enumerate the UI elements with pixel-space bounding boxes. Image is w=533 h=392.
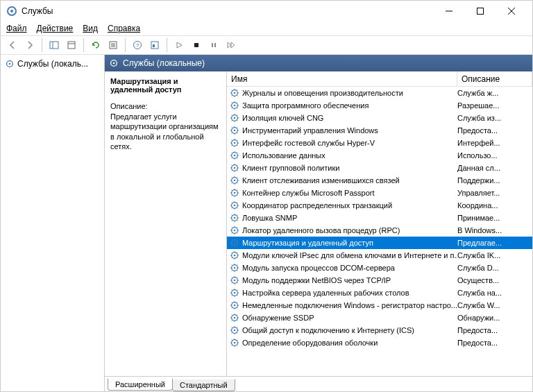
service-name: Контейнер службы Microsoft Passport [242, 189, 375, 197]
service-name: Использование данных [242, 151, 325, 160]
service-row[interactable]: Настройка сервера удаленных рабочих стол… [227, 287, 532, 299]
svg-point-62 [234, 317, 236, 319]
service-row[interactable]: Ловушка SNMPПринимае... [227, 212, 532, 224]
forward-button[interactable] [22, 37, 37, 53]
refresh-button[interactable] [88, 37, 103, 53]
service-row[interactable]: Защита программного обеспеченияРазрешае.… [227, 99, 532, 112]
list-body[interactable]: Журналы и оповещения производительностиС… [227, 87, 532, 376]
service-desc: Координа... [457, 201, 532, 210]
service-row[interactable]: Немедленные подключения Windows - регист… [227, 299, 532, 312]
service-desc: Служба W... [457, 301, 532, 309]
service-row[interactable]: Модули ключей IPsec для обмена ключами в… [227, 249, 532, 262]
service-name: Координатор распределенных транзакций [242, 201, 392, 210]
svg-rect-6 [50, 42, 58, 49]
service-row[interactable]: Журналы и оповещения производительностиС… [227, 87, 532, 99]
service-row[interactable]: Интерфейс гостевой службы Hyper-VИнтерфе… [227, 137, 532, 149]
window-title: Службы [22, 6, 433, 16]
tree-pane: Службы (локаль... [1, 55, 105, 391]
service-row[interactable]: Маршрутизация и удаленный доступПредлага… [227, 237, 532, 249]
service-row[interactable]: Модуль поддержки NetBIOS через TCP/IPОсу… [227, 274, 532, 287]
svg-point-50 [234, 242, 236, 244]
svg-point-52 [234, 255, 236, 257]
svg-rect-19 [212, 43, 213, 47]
service-row[interactable]: Изоляция ключей CNGСлужба из... [227, 112, 532, 124]
service-row[interactable]: Определение оборудования оболочкиПредост… [227, 336, 532, 349]
stop-button[interactable] [189, 37, 204, 53]
gear-icon [230, 325, 239, 335]
svg-point-66 [234, 342, 236, 344]
svg-point-36 [234, 155, 236, 157]
svg-text:?: ? [136, 42, 139, 49]
menubar: Файл Действие Вид Справка [1, 22, 532, 35]
service-name: Модуль поддержки NetBIOS через TCP/IP [242, 276, 391, 284]
gear-icon [230, 113, 239, 123]
service-row[interactable]: Модуль запуска процессов DCOM-сервераСлу… [227, 262, 532, 274]
gear-icon [230, 288, 239, 298]
svg-point-48 [234, 230, 236, 232]
service-desc: В Windows... [457, 226, 532, 235]
svg-point-32 [234, 130, 236, 132]
svg-rect-17 [153, 44, 155, 47]
export-button[interactable] [64, 37, 79, 53]
column-description[interactable]: Описание [457, 71, 532, 86]
gear-icon [230, 275, 239, 285]
service-row[interactable]: Клиент групповой политикиДанная сл... [227, 162, 532, 174]
svg-rect-20 [214, 43, 216, 47]
service-name: Настройка сервера удаленных рабочих стол… [242, 289, 409, 297]
column-name[interactable]: Имя [227, 71, 457, 86]
svg-point-46 [234, 217, 236, 219]
gear-icon [230, 201, 239, 210]
service-row[interactable]: Использование данныхИспользо... [227, 149, 532, 162]
service-row[interactable]: Клиент отслеживания изменившихся связейП… [227, 174, 532, 187]
service-desc: Служба ж... [457, 89, 532, 97]
gear-icon [230, 88, 239, 98]
titlebar: Службы [1, 1, 532, 22]
menu-view[interactable]: Вид [83, 24, 98, 33]
service-name: Журналы и оповещения производительности [242, 89, 403, 97]
service-row[interactable]: Общий доступ к подключению к Интернету (… [227, 324, 532, 336]
minimize-button[interactable] [433, 1, 464, 22]
service-row[interactable]: Обнаружение SSDPОбнаружи... [227, 312, 532, 324]
svg-rect-3 [477, 8, 483, 15]
menu-action[interactable]: Действие [37, 24, 74, 33]
svg-point-26 [234, 92, 236, 94]
maximize-button[interactable] [464, 1, 496, 22]
pane-header-title: Службы (локальные) [123, 58, 205, 68]
service-row[interactable]: Контейнер службы Microsoft PassportУправ… [227, 187, 532, 199]
service-desc: Служба на... [457, 289, 532, 297]
gear-icon [230, 176, 239, 185]
service-desc: Принимае... [457, 214, 532, 222]
help-button[interactable]: ? [130, 37, 145, 53]
pause-button[interactable] [206, 37, 221, 53]
selected-service-name: Маршрутизация и удаленный доступ [110, 77, 221, 94]
menu-file[interactable]: Файл [6, 24, 27, 33]
menu-help[interactable]: Справка [108, 24, 140, 33]
gear-icon [230, 225, 239, 235]
svg-point-34 [234, 142, 236, 144]
start-button[interactable] [171, 37, 187, 53]
toolbar: ? [1, 35, 532, 55]
gear-icon [230, 238, 239, 248]
service-name: Интерфейс гостевой службы Hyper-V [242, 139, 375, 147]
service-name: Модуль запуска процессов DCOM-сервера [242, 264, 395, 272]
back-button[interactable] [5, 37, 20, 53]
description-pane: Маршрутизация и удаленный доступ Описани… [105, 71, 226, 376]
tab-extended[interactable]: Расширенный [108, 378, 173, 391]
service-row[interactable]: Инструментарий управления WindowsПредост… [227, 124, 532, 137]
tab-standard[interactable]: Стандартный [172, 380, 235, 391]
properties-button[interactable] [105, 37, 121, 53]
close-button[interactable] [496, 1, 527, 22]
service-row[interactable]: Локатор удаленного вызова процедур (RPC)… [227, 224, 532, 237]
restart-button[interactable] [223, 37, 239, 53]
toolbar-button-2[interactable] [147, 37, 162, 53]
service-name: Ловушка SNMP [242, 214, 297, 222]
svg-point-58 [234, 292, 236, 294]
gear-icon [109, 58, 119, 68]
gear-icon [230, 250, 239, 260]
show-hide-tree-button[interactable] [46, 37, 62, 53]
tree-node-services-local[interactable]: Службы (локаль... [1, 58, 104, 70]
service-name: Определение оборудования оболочки [242, 339, 378, 347]
gear-icon [230, 151, 239, 160]
service-row[interactable]: Координатор распределенных транзакцийКоо… [227, 199, 532, 212]
service-desc: Служба IK... [457, 251, 532, 259]
